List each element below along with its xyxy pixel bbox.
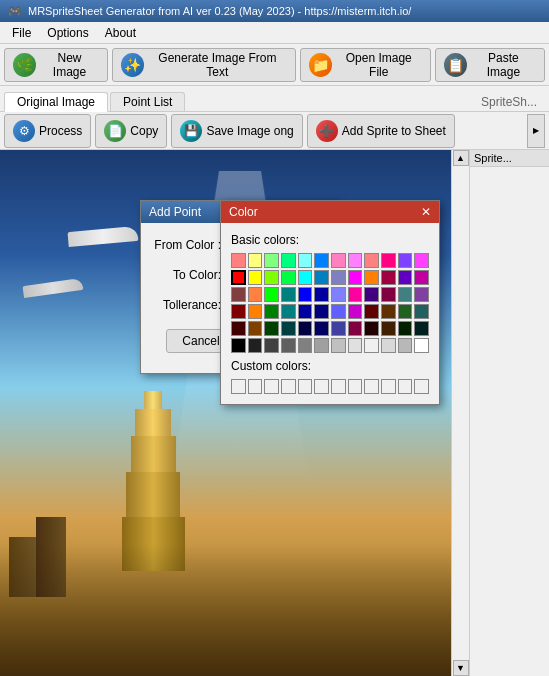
save-image-button[interactable]: 💾 Save Image ong — [171, 114, 302, 148]
color-cell[interactable] — [364, 287, 379, 302]
color-cell[interactable] — [381, 321, 396, 336]
custom-color-cell[interactable] — [231, 379, 246, 394]
generate-image-button[interactable]: ✨ Generate Image From Text — [112, 48, 296, 82]
color-cell[interactable] — [281, 338, 296, 353]
color-picker-close[interactable]: ✕ — [421, 205, 431, 219]
color-cell[interactable] — [414, 287, 429, 302]
tab-point-list[interactable]: Point List — [110, 92, 185, 111]
color-cell[interactable] — [248, 338, 263, 353]
color-cell[interactable] — [398, 321, 413, 336]
custom-color-cell[interactable] — [331, 379, 346, 394]
color-cell[interactable] — [381, 253, 396, 268]
color-cell[interactable] — [398, 287, 413, 302]
color-cell[interactable] — [281, 253, 296, 268]
new-image-button[interactable]: 🌿 New Image — [4, 48, 108, 82]
custom-color-cell[interactable] — [248, 379, 263, 394]
color-cell[interactable] — [348, 338, 363, 353]
tab-original-image[interactable]: Original Image — [4, 92, 108, 112]
open-image-button[interactable]: 📁 Open Image File — [300, 48, 431, 82]
color-cell[interactable] — [298, 253, 313, 268]
color-cell[interactable] — [248, 270, 263, 285]
color-cell[interactable] — [298, 338, 313, 353]
color-cell[interactable] — [381, 304, 396, 319]
custom-color-cell[interactable] — [414, 379, 429, 394]
color-cell[interactable] — [231, 304, 246, 319]
custom-color-cell[interactable] — [281, 379, 296, 394]
color-cell[interactable] — [398, 270, 413, 285]
menu-about[interactable]: About — [97, 24, 144, 42]
color-cell[interactable] — [314, 321, 329, 336]
color-cell[interactable] — [231, 321, 246, 336]
color-cell[interactable] — [331, 270, 346, 285]
color-cell[interactable] — [298, 321, 313, 336]
custom-color-cell[interactable] — [348, 379, 363, 394]
color-cell[interactable] — [364, 304, 379, 319]
color-cell[interactable] — [314, 287, 329, 302]
color-cell[interactable] — [364, 253, 379, 268]
color-cell[interactable] — [248, 253, 263, 268]
custom-color-cell[interactable] — [264, 379, 279, 394]
color-cell[interactable] — [314, 304, 329, 319]
color-cell[interactable] — [348, 253, 363, 268]
color-cell[interactable] — [248, 287, 263, 302]
color-cell[interactable] — [231, 338, 246, 353]
color-cell[interactable] — [348, 304, 363, 319]
custom-color-cell[interactable] — [298, 379, 313, 394]
color-cell[interactable] — [414, 270, 429, 285]
color-cell[interactable] — [281, 270, 296, 285]
custom-color-cell[interactable] — [381, 379, 396, 394]
color-cell[interactable] — [264, 287, 279, 302]
color-cell[interactable] — [381, 270, 396, 285]
color-cell[interactable] — [414, 253, 429, 268]
color-cell[interactable] — [314, 270, 329, 285]
color-cell[interactable] — [348, 287, 363, 302]
color-cell[interactable] — [364, 270, 379, 285]
color-cell[interactable] — [381, 338, 396, 353]
color-cell[interactable] — [264, 253, 279, 268]
menu-file[interactable]: File — [4, 24, 39, 42]
scroll-down-button[interactable]: ▼ — [453, 660, 469, 676]
color-cell[interactable] — [264, 304, 279, 319]
color-cell[interactable] — [281, 287, 296, 302]
color-cell[interactable] — [314, 253, 329, 268]
color-cell[interactable] — [331, 321, 346, 336]
color-cell[interactable] — [264, 321, 279, 336]
custom-color-cell[interactable] — [364, 379, 379, 394]
color-cell[interactable] — [398, 304, 413, 319]
color-cell[interactable] — [331, 253, 346, 268]
copy-button[interactable]: 📄 Copy — [95, 114, 167, 148]
add-sprite-button[interactable]: ➕ Add Sprite to Sheet — [307, 114, 455, 148]
color-cell[interactable] — [298, 270, 313, 285]
custom-color-cell[interactable] — [398, 379, 413, 394]
color-cell[interactable] — [414, 304, 429, 319]
color-cell[interactable] — [364, 321, 379, 336]
color-cell[interactable] — [381, 287, 396, 302]
scroll-up-button[interactable]: ▲ — [453, 150, 469, 166]
color-cell[interactable] — [248, 321, 263, 336]
color-cell[interactable] — [348, 321, 363, 336]
color-cell[interactable] — [264, 270, 279, 285]
color-cell[interactable] — [281, 321, 296, 336]
color-cell[interactable] — [231, 253, 246, 268]
color-cell[interactable] — [348, 270, 363, 285]
color-cell[interactable] — [398, 338, 413, 353]
color-cell[interactable] — [331, 338, 346, 353]
color-cell[interactable] — [331, 304, 346, 319]
color-cell[interactable] — [298, 304, 313, 319]
paste-image-button[interactable]: 📋 Paste Image — [435, 48, 545, 82]
color-cell[interactable] — [314, 338, 329, 353]
color-cell[interactable] — [264, 338, 279, 353]
color-cell[interactable] — [248, 304, 263, 319]
color-cell[interactable] — [414, 321, 429, 336]
color-cell[interactable] — [364, 338, 379, 353]
color-cell[interactable] — [331, 287, 346, 302]
color-cell[interactable] — [414, 338, 429, 353]
color-cell[interactable] — [398, 253, 413, 268]
color-cell[interactable] — [298, 287, 313, 302]
color-cell[interactable] — [281, 304, 296, 319]
process-button[interactable]: ⚙ Process — [4, 114, 91, 148]
custom-color-cell[interactable] — [314, 379, 329, 394]
color-cell[interactable] — [231, 287, 246, 302]
color-cell-selected[interactable] — [231, 270, 246, 285]
menu-options[interactable]: Options — [39, 24, 96, 42]
